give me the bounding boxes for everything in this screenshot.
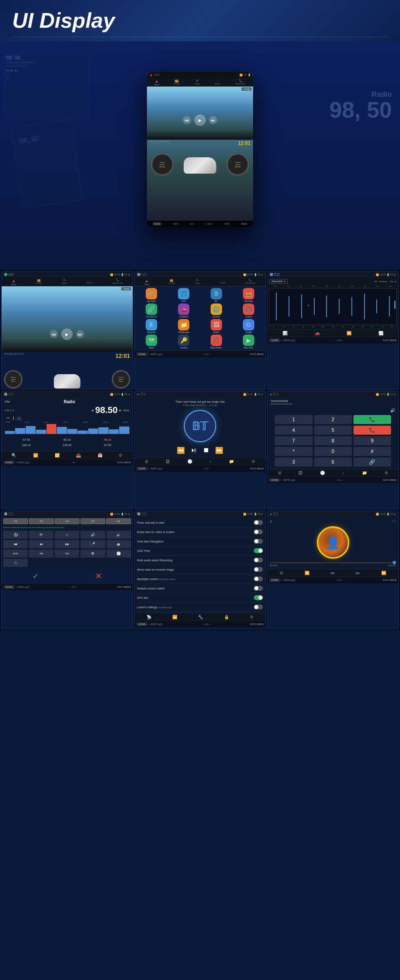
gallery-icon[interactable]: 🖼 Gallery xyxy=(200,319,231,333)
clock-icon-2[interactable]: 🕐 xyxy=(320,471,325,475)
key-3[interactable]: 3 xyxy=(275,458,312,467)
mcxkey-icon[interactable]: 🔑 mcxKey xyxy=(168,335,199,349)
maps-icon[interactable]: 🗺 Maps xyxy=(136,335,167,349)
back-button-4[interactable]: BACK xyxy=(124,461,131,464)
carlink-icon[interactable]: 🔗 Car Link 2.0 xyxy=(136,304,167,318)
bt-icon[interactable]: 𝔹 BT xyxy=(200,288,231,302)
grid-icon-2[interactable]: ⊞ xyxy=(278,471,281,475)
toggle-mute[interactable] xyxy=(254,558,263,563)
key-4[interactable]: 4 xyxy=(275,426,312,435)
calendar-icon[interactable]: 📅 xyxy=(98,453,102,458)
calculator-icon[interactable]: 🧮 Calculator xyxy=(233,288,264,302)
search-icon[interactable]: 🔍 xyxy=(11,453,16,458)
home-button-3[interactable]: HOME xyxy=(269,338,280,342)
signal-icon[interactable]: 📶 xyxy=(33,453,38,458)
home-button-2[interactable]: HOME xyxy=(136,352,148,356)
signal-icon-2[interactable]: 📡 xyxy=(147,615,151,619)
export-icon[interactable]: 📤 xyxy=(76,453,81,458)
key-1[interactable]: 1 xyxy=(275,415,312,424)
key-7[interactable]: 7 xyxy=(275,436,312,445)
confirm-x[interactable]: ✕ xyxy=(95,571,102,581)
ac-button-2[interactable]: A/C xyxy=(158,353,163,356)
key-5[interactable]: 5 xyxy=(314,426,352,435)
play-store-icon[interactable]: ▶ Play Store xyxy=(233,335,264,349)
folder-icon-2[interactable]: 📁 xyxy=(362,471,367,475)
setting-brake-wire: Brake wire for video in motion xyxy=(137,527,263,537)
confirm-check[interactable]: ✓ xyxy=(32,571,39,581)
key-8[interactable]: 8 xyxy=(314,436,352,445)
skip-icon[interactable]: ⏩ xyxy=(347,331,351,335)
eq-icon[interactable]: 📊 xyxy=(282,331,287,335)
home-button-6[interactable]: HOME xyxy=(269,478,280,482)
bt-stop[interactable]: ⏹ xyxy=(203,446,209,454)
hero-section: CM FM Listen now On the air... When I'm … xyxy=(0,41,400,270)
bt-rewind[interactable]: ⏪ xyxy=(177,446,185,454)
back-button-5[interactable]: BACK xyxy=(257,467,264,470)
key-hash[interactable]: # xyxy=(353,447,391,456)
back-button-2[interactable]: BACK xyxy=(257,353,264,355)
loop-icon[interactable]: 🔁 xyxy=(55,453,60,458)
grid-icon[interactable]: ⊞ xyxy=(145,459,148,464)
image-icon-2[interactable]: 🖼 xyxy=(298,471,302,475)
page-title: UI Display xyxy=(12,8,388,33)
key-2[interactable]: 2 xyxy=(314,415,352,424)
chrome-icon[interactable]: 🌐 Chrome xyxy=(200,304,231,318)
image-icon[interactable]: 🖼 xyxy=(166,459,170,464)
toggle-gsd[interactable] xyxy=(254,548,263,553)
chart-icon[interactable]: 📈 xyxy=(378,331,383,335)
settings-icon[interactable]: ⚙ xyxy=(119,453,122,458)
toggle-auto-nav[interactable] xyxy=(254,539,263,544)
music-icon[interactable]: ♪ xyxy=(209,459,211,464)
music-icon-2[interactable]: ♪ xyxy=(342,471,344,475)
back-button-7[interactable]: BACK xyxy=(124,586,131,588)
bt-forward[interactable]: ⏩ xyxy=(215,446,223,454)
clock-icon[interactable]: 🕐 xyxy=(187,459,192,464)
equalizer-icon[interactable]: 🎚 Equalizer xyxy=(136,319,167,333)
bt-playpause[interactable]: ⏯ xyxy=(191,446,197,454)
key-call[interactable]: 📞 xyxy=(353,415,391,424)
back-button-9[interactable]: BACK xyxy=(390,579,397,581)
home-button-9[interactable]: HOME xyxy=(269,578,280,582)
settings-icon-3[interactable]: ⚙ xyxy=(384,471,388,475)
toggle-backlight[interactable] xyxy=(254,576,263,581)
back-button-8[interactable]: BACK xyxy=(257,623,264,625)
carbitlink-icon[interactable]: 🚗 CarbitLink xyxy=(168,304,199,318)
toggle-brake-wire[interactable] xyxy=(254,529,263,534)
google-icon[interactable]: G Google xyxy=(233,319,264,333)
back-button-6[interactable]: BACK xyxy=(390,479,397,481)
settings-icon-2[interactable]: ⚙ xyxy=(251,459,255,464)
wifi-icon[interactable]: 📶 xyxy=(172,615,177,619)
home-button-7[interactable]: HOME xyxy=(3,585,15,589)
lock-icon[interactable]: 🔒 xyxy=(224,615,229,619)
toggle-mirror[interactable] xyxy=(254,567,263,572)
fast-forward-icon[interactable]: ⏩ xyxy=(381,571,386,575)
settings-icon-4[interactable]: ⚙ xyxy=(250,615,253,619)
back-button-3[interactable]: BACK xyxy=(390,339,397,342)
aux-icon[interactable]: 🎵 AUX xyxy=(168,288,199,302)
rewind-icon[interactable]: ⏪ xyxy=(304,571,309,575)
key-star[interactable]: * xyxy=(275,447,312,456)
menu-icon[interactable]: ⊞ xyxy=(280,571,283,575)
toggle-press-key[interactable] xyxy=(254,520,263,525)
music-player-icon[interactable]: 🎵 Music Player xyxy=(200,335,231,349)
key-link[interactable]: 🔗 xyxy=(353,458,391,467)
home-button-8[interactable]: HOME xyxy=(136,622,148,626)
eq-screen-card: 📶12:03🔋18⬇ Standard ∨ All Default Set up… xyxy=(267,271,399,390)
toggle-lantern[interactable] xyxy=(254,605,263,609)
key-0[interactable]: 0 xyxy=(314,447,352,456)
app-store-icon[interactable]: 🛒 App Store xyxy=(136,288,167,302)
skip-forward-icon[interactable]: ⏭ xyxy=(356,571,360,575)
home-button-5[interactable]: HOME xyxy=(136,467,148,471)
key-6[interactable]: 6 xyxy=(314,458,352,467)
toggle-gps[interactable] xyxy=(254,595,263,600)
car-icon[interactable]: 🚗 xyxy=(315,331,320,335)
toggle-volume[interactable] xyxy=(254,586,263,591)
home-button-4[interactable]: HOME xyxy=(3,460,15,464)
filemanager-icon[interactable]: 📁 FileManager xyxy=(168,319,199,333)
folder-icon[interactable]: 📁 xyxy=(229,459,234,464)
key-9[interactable]: 9 xyxy=(353,436,391,445)
prev-icon[interactable]: ⏮ xyxy=(331,571,335,575)
wrench-icon[interactable]: 🔧 xyxy=(198,615,203,619)
key-hangup[interactable]: 📞 xyxy=(353,426,391,435)
control-icon[interactable]: 🎮 Control xyxy=(233,304,264,318)
